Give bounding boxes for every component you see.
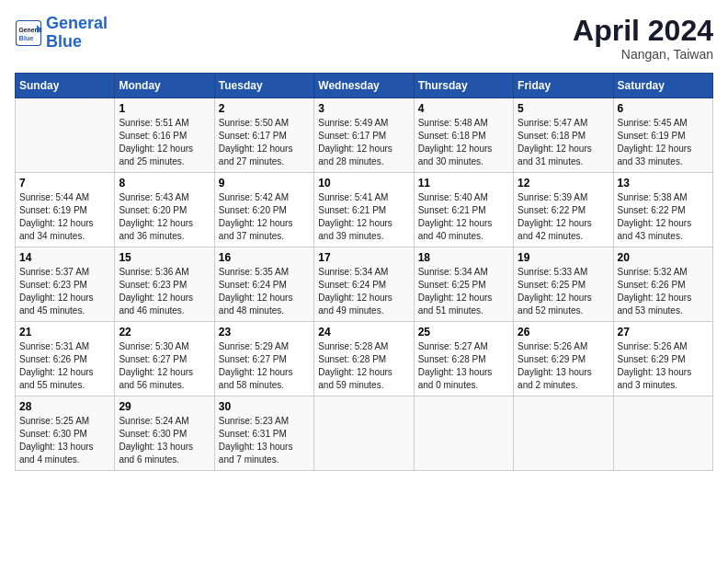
- weekday-header-thursday: Thursday: [414, 74, 513, 98]
- day-info: Sunrise: 5:29 AM Sunset: 6:27 PM Dayligh…: [219, 340, 310, 392]
- day-number: 29: [119, 400, 210, 413]
- day-info: Sunrise: 5:39 AM Sunset: 6:22 PM Dayligh…: [518, 191, 609, 243]
- day-info: Sunrise: 5:27 AM Sunset: 6:28 PM Dayligh…: [418, 340, 509, 392]
- page-header: General Blue General Blue April 2024 Nan…: [15, 15, 713, 62]
- day-info: Sunrise: 5:26 AM Sunset: 6:29 PM Dayligh…: [618, 340, 709, 392]
- day-info: Sunrise: 5:50 AM Sunset: 6:17 PM Dayligh…: [219, 117, 310, 168]
- calendar-cell: 17Sunrise: 5:34 AM Sunset: 6:24 PM Dayli…: [314, 247, 414, 322]
- title-block: April 2024 Nangan, Taiwan: [573, 15, 713, 62]
- weekday-header-friday: Friday: [514, 74, 613, 98]
- calendar-header: SundayMondayTuesdayWednesdayThursdayFrid…: [16, 74, 713, 98]
- day-number: 4: [418, 102, 509, 115]
- day-info: Sunrise: 5:40 AM Sunset: 6:21 PM Dayligh…: [418, 191, 509, 243]
- location-subtitle: Nangan, Taiwan: [573, 47, 713, 62]
- day-number: 24: [318, 326, 409, 339]
- calendar-cell: 2Sunrise: 5:50 AM Sunset: 6:17 PM Daylig…: [214, 98, 313, 173]
- calendar-cell: 30Sunrise: 5:23 AM Sunset: 6:31 PM Dayli…: [214, 396, 313, 471]
- day-info: Sunrise: 5:28 AM Sunset: 6:28 PM Dayligh…: [318, 340, 409, 392]
- day-number: 20: [618, 251, 709, 264]
- weekday-header-saturday: Saturday: [613, 74, 712, 98]
- calendar-week-3: 14Sunrise: 5:37 AM Sunset: 6:23 PM Dayli…: [16, 247, 713, 322]
- calendar-cell: 19Sunrise: 5:33 AM Sunset: 6:25 PM Dayli…: [514, 247, 613, 322]
- day-info: Sunrise: 5:32 AM Sunset: 6:26 PM Dayligh…: [618, 266, 709, 317]
- day-number: 11: [418, 177, 509, 190]
- day-info: Sunrise: 5:34 AM Sunset: 6:24 PM Dayligh…: [318, 266, 409, 317]
- logo: General Blue General Blue: [15, 15, 108, 52]
- month-title: April 2024: [573, 15, 713, 47]
- day-number: 7: [19, 177, 110, 190]
- day-info: Sunrise: 5:48 AM Sunset: 6:18 PM Dayligh…: [418, 117, 509, 168]
- day-number: 25: [418, 326, 509, 339]
- day-number: 8: [119, 177, 210, 190]
- calendar-cell: 16Sunrise: 5:35 AM Sunset: 6:24 PM Dayli…: [214, 247, 313, 322]
- calendar-cell: 27Sunrise: 5:26 AM Sunset: 6:29 PM Dayli…: [613, 322, 712, 396]
- day-info: Sunrise: 5:51 AM Sunset: 6:16 PM Dayligh…: [119, 117, 210, 168]
- day-info: Sunrise: 5:41 AM Sunset: 6:21 PM Dayligh…: [318, 191, 409, 243]
- day-info: Sunrise: 5:30 AM Sunset: 6:27 PM Dayligh…: [119, 340, 210, 392]
- calendar-cell: 15Sunrise: 5:36 AM Sunset: 6:23 PM Dayli…: [115, 247, 214, 322]
- calendar-cell: [314, 396, 414, 471]
- calendar-cell: 20Sunrise: 5:32 AM Sunset: 6:26 PM Dayli…: [613, 247, 712, 322]
- day-number: 30: [219, 400, 310, 413]
- day-number: 1: [119, 102, 210, 115]
- weekday-header-sunday: Sunday: [16, 74, 115, 98]
- calendar-body: 1Sunrise: 5:51 AM Sunset: 6:16 PM Daylig…: [16, 98, 713, 471]
- day-info: Sunrise: 5:37 AM Sunset: 6:23 PM Dayligh…: [19, 266, 110, 317]
- day-number: 13: [618, 177, 709, 190]
- calendar-week-5: 28Sunrise: 5:25 AM Sunset: 6:30 PM Dayli…: [16, 396, 713, 471]
- calendar-cell: 14Sunrise: 5:37 AM Sunset: 6:23 PM Dayli…: [16, 247, 115, 322]
- logo-icon: General Blue: [15, 19, 42, 47]
- calendar-cell: 22Sunrise: 5:30 AM Sunset: 6:27 PM Dayli…: [115, 322, 214, 396]
- calendar-cell: 21Sunrise: 5:31 AM Sunset: 6:26 PM Dayli…: [16, 322, 115, 396]
- day-number: 3: [318, 102, 409, 115]
- calendar-week-4: 21Sunrise: 5:31 AM Sunset: 6:26 PM Dayli…: [16, 322, 713, 396]
- weekday-header-tuesday: Tuesday: [214, 74, 313, 98]
- day-info: Sunrise: 5:36 AM Sunset: 6:23 PM Dayligh…: [119, 266, 210, 317]
- calendar-cell: 10Sunrise: 5:41 AM Sunset: 6:21 PM Dayli…: [314, 173, 414, 247]
- calendar-cell: 6Sunrise: 5:45 AM Sunset: 6:19 PM Daylig…: [613, 98, 712, 173]
- day-info: Sunrise: 5:31 AM Sunset: 6:26 PM Dayligh…: [19, 340, 110, 392]
- calendar-cell: 26Sunrise: 5:26 AM Sunset: 6:29 PM Dayli…: [514, 322, 613, 396]
- day-number: 10: [318, 177, 409, 190]
- calendar-cell: 25Sunrise: 5:27 AM Sunset: 6:28 PM Dayli…: [414, 322, 513, 396]
- calendar-week-1: 1Sunrise: 5:51 AM Sunset: 6:16 PM Daylig…: [16, 98, 713, 173]
- day-info: Sunrise: 5:47 AM Sunset: 6:18 PM Dayligh…: [518, 117, 609, 168]
- day-info: Sunrise: 5:24 AM Sunset: 6:30 PM Dayligh…: [119, 415, 210, 466]
- day-info: Sunrise: 5:26 AM Sunset: 6:29 PM Dayligh…: [518, 340, 609, 392]
- svg-text:Blue: Blue: [19, 33, 34, 41]
- calendar-cell: 3Sunrise: 5:49 AM Sunset: 6:17 PM Daylig…: [314, 98, 414, 173]
- calendar-cell: 24Sunrise: 5:28 AM Sunset: 6:28 PM Dayli…: [314, 322, 414, 396]
- calendar-cell: [514, 396, 613, 471]
- logo-line1: General: [46, 14, 108, 32]
- calendar-cell: 7Sunrise: 5:44 AM Sunset: 6:19 PM Daylig…: [16, 173, 115, 247]
- day-number: 9: [219, 177, 310, 190]
- day-number: 5: [518, 102, 609, 115]
- day-info: Sunrise: 5:42 AM Sunset: 6:20 PM Dayligh…: [219, 191, 310, 243]
- calendar-cell: 9Sunrise: 5:42 AM Sunset: 6:20 PM Daylig…: [214, 173, 313, 247]
- calendar-cell: 18Sunrise: 5:34 AM Sunset: 6:25 PM Dayli…: [414, 247, 513, 322]
- day-number: 22: [119, 326, 210, 339]
- calendar-cell: 23Sunrise: 5:29 AM Sunset: 6:27 PM Dayli…: [214, 322, 313, 396]
- day-info: Sunrise: 5:45 AM Sunset: 6:19 PM Dayligh…: [618, 117, 709, 168]
- day-info: Sunrise: 5:25 AM Sunset: 6:30 PM Dayligh…: [19, 415, 110, 466]
- calendar-cell: 11Sunrise: 5:40 AM Sunset: 6:21 PM Dayli…: [414, 173, 513, 247]
- day-info: Sunrise: 5:34 AM Sunset: 6:25 PM Dayligh…: [418, 266, 509, 317]
- day-info: Sunrise: 5:38 AM Sunset: 6:22 PM Dayligh…: [618, 191, 709, 243]
- day-info: Sunrise: 5:23 AM Sunset: 6:31 PM Dayligh…: [219, 415, 310, 466]
- day-number: 14: [19, 251, 110, 264]
- day-number: 18: [418, 251, 509, 264]
- day-number: 6: [618, 102, 709, 115]
- day-info: Sunrise: 5:33 AM Sunset: 6:25 PM Dayligh…: [518, 266, 609, 317]
- calendar-cell: [16, 98, 115, 173]
- day-number: 12: [518, 177, 609, 190]
- weekday-header-wednesday: Wednesday: [314, 74, 414, 98]
- logo-line2: Blue: [46, 32, 82, 51]
- day-number: 21: [19, 326, 110, 339]
- calendar-cell: 8Sunrise: 5:43 AM Sunset: 6:20 PM Daylig…: [115, 173, 214, 247]
- calendar-cell: [414, 396, 513, 471]
- calendar-cell: 13Sunrise: 5:38 AM Sunset: 6:22 PM Dayli…: [613, 173, 712, 247]
- day-info: Sunrise: 5:35 AM Sunset: 6:24 PM Dayligh…: [219, 266, 310, 317]
- day-number: 26: [518, 326, 609, 339]
- day-number: 27: [618, 326, 709, 339]
- day-number: 2: [219, 102, 310, 115]
